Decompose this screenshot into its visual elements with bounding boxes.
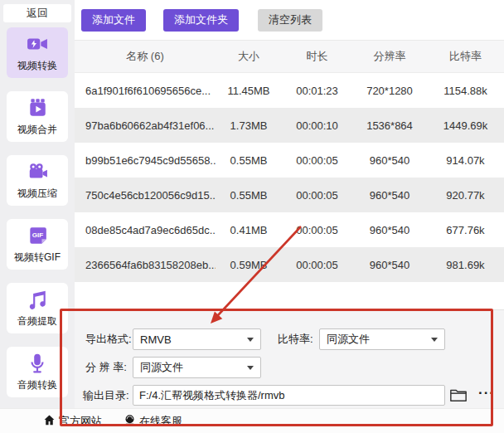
sidebar-item-video-merge[interactable]: 视频合并: [7, 91, 68, 142]
sidebar-item-audio-convert[interactable]: 音频转换: [7, 347, 68, 397]
cell-bitrate: 914.07k: [427, 154, 504, 167]
table-row[interactable]: 2366564fa6b83158208eb... 0.59MB 00:00:05…: [75, 247, 504, 282]
col-header-resolution: 分辨率: [352, 49, 427, 64]
output-dir-input[interactable]: [133, 385, 445, 406]
chevron-down-icon: [247, 338, 254, 342]
cell-bitrate: 1154.88k: [427, 85, 504, 97]
sidebar-item-video-convert[interactable]: 视频转换: [7, 27, 68, 78]
toolbar: 添加文件 添加文件夹 清空列表: [75, 0, 504, 40]
official-site-label: 官方网站: [59, 414, 102, 429]
cell-size: 0.55MB: [216, 189, 282, 202]
sidebar-item-label: 音频提取: [17, 315, 57, 327]
online-support-label: 在线客服: [139, 414, 182, 429]
resolution-label: 分 辨 率:: [85, 357, 127, 378]
cell-bitrate: 677.76k: [427, 224, 504, 236]
cell-duration: 00:00:05: [282, 154, 352, 167]
home-icon: [43, 414, 56, 429]
add-folder-button[interactable]: 添加文件夹: [163, 9, 239, 32]
cell-resolution: 720*1280: [352, 85, 427, 97]
clear-list-button[interactable]: 清空列表: [258, 9, 322, 32]
video-converter-window: 返回 视频转换 视频合并 视频压缩 GIF 视频转GIF: [0, 0, 504, 433]
cell-name: b99b51e6c7945c9d55658...: [75, 154, 216, 167]
cell-size: 0.59MB: [216, 259, 282, 271]
chevron-down-icon: [247, 366, 254, 370]
back-button-label: 返回: [27, 6, 48, 21]
cell-duration: 00:00:05: [282, 189, 352, 202]
output-dir-label: 输出目录:: [83, 385, 129, 406]
more-options-button[interactable]: ···: [478, 385, 495, 401]
footer-bar: 官方网站 在线客服: [0, 408, 504, 433]
table-header: 名称 (6) 大小 时长 分辨率 比特率: [75, 40, 504, 73]
cell-bitrate: 1449.69k: [427, 119, 504, 132]
cell-size: 0.55MB: [216, 154, 282, 167]
col-header-bitrate: 比特率: [427, 49, 504, 64]
table-row[interactable]: 750c4e56cb120056c9d15... 0.55MB 00:00:05…: [75, 178, 504, 212]
table-row[interactable]: 97ba6b60662ab4f31ef06... 1.73MB 00:00:10…: [75, 108, 504, 143]
sidebar: 返回 视频转换 视频合并 视频压缩 GIF 视频转GIF: [0, 0, 75, 408]
bitrate-value: 同源文件: [327, 332, 431, 347]
cell-name: 08de85c4ad7a9ec6d65dc...: [75, 224, 216, 236]
add-file-button[interactable]: 添加文件: [81, 9, 146, 32]
table-row[interactable]: b99b51e6c7945c9d55658... 0.55MB 00:00:05…: [75, 143, 504, 178]
col-header-size: 大小: [216, 49, 282, 64]
browse-folder-button[interactable]: [449, 387, 468, 403]
sidebar-item-video-compress[interactable]: 视频压缩: [7, 155, 68, 206]
cell-duration: 00:00:10: [282, 119, 352, 132]
resolution-value: 同源文件: [140, 360, 247, 375]
sidebar-item-label: 视频压缩: [17, 187, 57, 199]
cell-name: 2366564fa6b83158208eb...: [75, 259, 216, 271]
sidebar-item-label: 视频转换: [17, 60, 57, 71]
video-compress-icon: [7, 161, 68, 182]
folder-icon: [449, 393, 468, 406]
svg-text:GIF: GIF: [32, 231, 44, 239]
export-format-value: RMVB: [140, 333, 247, 346]
video-merge-icon: [7, 97, 68, 119]
official-site-link[interactable]: 官方网站: [43, 414, 102, 429]
cell-name: 750c4e56cb120056c9d15...: [75, 189, 216, 202]
cell-resolution: 960*540: [352, 224, 427, 236]
table-row[interactable]: 6a1f901f6f610695656ce... 11.45MB 00:01:2…: [75, 73, 504, 108]
cell-resolution: 960*540: [352, 154, 427, 167]
col-header-duration: 时长: [282, 49, 352, 64]
music-note-icon: [7, 289, 68, 310]
cell-resolution: 960*540: [352, 259, 427, 271]
sidebar-item-label: 视频合并: [17, 124, 57, 135]
gif-icon: GIF: [7, 225, 68, 246]
cell-bitrate: 920.77k: [427, 189, 504, 202]
headset-icon: [124, 414, 136, 429]
table-row[interactable]: 08de85c4ad7a9ec6d65dc... 0.41MB 00:00:05…: [75, 212, 504, 247]
cell-resolution: 960*540: [352, 189, 427, 202]
cell-resolution: 1536*864: [352, 119, 427, 132]
sidebar-item-label: 视频转GIF: [14, 251, 61, 263]
cell-size: 0.41MB: [216, 224, 282, 236]
sidebar-item-video-to-gif[interactable]: GIF 视频转GIF: [7, 219, 68, 270]
cell-duration: 00:01:23: [282, 85, 352, 97]
chevron-down-icon: [431, 338, 438, 342]
cell-bitrate: 981.69k: [427, 259, 504, 271]
col-header-name: 名称 (6): [75, 49, 216, 64]
sidebar-item-label: 音频转换: [17, 379, 57, 391]
bitrate-label: 比特率:: [278, 328, 313, 350]
cell-duration: 00:00:05: [282, 259, 352, 271]
bitrate-select[interactable]: 同源文件: [319, 328, 445, 350]
back-button[interactable]: 返回: [3, 4, 71, 22]
file-list: 6a1f901f6f610695656ce... 11.45MB 00:01:2…: [75, 73, 504, 282]
microphone-icon: [7, 353, 68, 374]
sidebar-item-audio-extract[interactable]: 音频提取: [7, 283, 68, 333]
cell-size: 11.45MB: [216, 85, 282, 97]
export-format-select[interactable]: RMVB: [133, 328, 261, 350]
video-convert-icon: [7, 33, 68, 55]
export-format-label: 导出格式:: [85, 328, 132, 350]
cell-name: 97ba6b60662ab4f31ef06...: [75, 119, 216, 132]
cell-name: 6a1f901f6f610695656ce...: [75, 85, 216, 97]
main-content: 添加文件 添加文件夹 清空列表 名称 (6) 大小 时长 分辨率 比特率 6a1…: [75, 0, 504, 408]
cell-size: 1.73MB: [216, 119, 282, 132]
cell-duration: 00:00:05: [282, 224, 352, 236]
resolution-select[interactable]: 同源文件: [133, 357, 261, 378]
online-support-link[interactable]: 在线客服: [124, 414, 182, 429]
output-settings-panel: 导出格式: RMVB 比特率: 同源文件 分 辨 率: 同源文件 输出目录:: [75, 309, 504, 408]
